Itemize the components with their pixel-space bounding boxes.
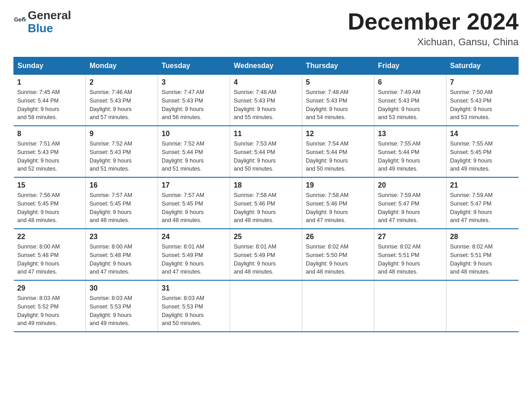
day-info: Sunrise: 8:02 AM Sunset: 5:51 PM Dayligh…: [378, 243, 442, 276]
day-cell: 14 Sunrise: 7:55 AM Sunset: 5:45 PM Dayl…: [446, 126, 519, 177]
day-number: 16: [90, 181, 154, 189]
day-cell: 5 Sunrise: 7:48 AM Sunset: 5:43 PM Dayli…: [302, 75, 374, 126]
day-cell: 21 Sunrise: 7:59 AM Sunset: 5:47 PM Dayl…: [446, 177, 519, 229]
day-info: Sunrise: 8:03 AM Sunset: 5:52 PM Dayligh…: [17, 294, 82, 328]
day-number: 14: [450, 130, 515, 138]
day-info: Sunrise: 8:01 AM Sunset: 5:49 PM Dayligh…: [234, 243, 298, 276]
day-info: Sunrise: 8:02 AM Sunset: 5:51 PM Dayligh…: [450, 243, 515, 276]
day-number: 15: [17, 181, 82, 189]
day-info: Sunrise: 7:54 AM Sunset: 5:44 PM Dayligh…: [306, 140, 370, 173]
day-cell: 17 Sunrise: 7:57 AM Sunset: 5:45 PM Dayl…: [158, 177, 230, 229]
day-info: Sunrise: 7:48 AM Sunset: 5:43 PM Dayligh…: [234, 88, 298, 122]
week-row-3: 15 Sunrise: 7:56 AM Sunset: 5:45 PM Dayl…: [14, 177, 519, 229]
day-cell: 2 Sunrise: 7:46 AM Sunset: 5:43 PM Dayli…: [86, 75, 158, 126]
day-cell: 19 Sunrise: 7:58 AM Sunset: 5:46 PM Dayl…: [302, 177, 374, 229]
day-cell: 25 Sunrise: 8:01 AM Sunset: 5:49 PM Dayl…: [230, 229, 302, 280]
day-cell: 29 Sunrise: 8:03 AM Sunset: 5:52 PM Dayl…: [14, 280, 86, 332]
day-info: Sunrise: 7:55 AM Sunset: 5:44 PM Dayligh…: [378, 140, 442, 173]
logo-graphic: General: [13, 15, 26, 29]
day-info: Sunrise: 7:45 AM Sunset: 5:44 PM Dayligh…: [17, 88, 82, 122]
day-number: 20: [378, 181, 442, 189]
day-info: Sunrise: 7:56 AM Sunset: 5:45 PM Dayligh…: [17, 191, 82, 225]
day-info: Sunrise: 7:49 AM Sunset: 5:43 PM Dayligh…: [378, 88, 442, 122]
day-number: 9: [90, 130, 154, 138]
header-thursday: Thursday: [302, 57, 374, 75]
day-cell: 24 Sunrise: 8:01 AM Sunset: 5:49 PM Dayl…: [158, 229, 230, 280]
day-cell: 8 Sunrise: 7:51 AM Sunset: 5:43 PM Dayli…: [14, 126, 86, 177]
day-info: Sunrise: 7:59 AM Sunset: 5:47 PM Dayligh…: [378, 191, 442, 225]
day-info: Sunrise: 7:46 AM Sunset: 5:43 PM Dayligh…: [90, 88, 154, 122]
day-info: Sunrise: 7:57 AM Sunset: 5:45 PM Dayligh…: [90, 191, 154, 225]
day-number: 25: [234, 233, 298, 241]
logo-wordmark: General Blue: [28, 9, 71, 34]
day-info: Sunrise: 8:01 AM Sunset: 5:49 PM Dayligh…: [162, 243, 226, 276]
day-info: Sunrise: 7:51 AM Sunset: 5:43 PM Dayligh…: [17, 140, 82, 173]
header-wednesday: Wednesday: [230, 57, 302, 75]
day-number: 2: [90, 78, 154, 86]
day-cell: 13 Sunrise: 7:55 AM Sunset: 5:44 PM Dayl…: [374, 126, 446, 177]
day-number: 26: [306, 233, 370, 241]
day-cell: [446, 280, 519, 332]
week-row-4: 22 Sunrise: 8:00 AM Sunset: 5:48 PM Dayl…: [14, 229, 519, 280]
day-cell: [374, 280, 446, 332]
day-info: Sunrise: 8:03 AM Sunset: 5:53 PM Dayligh…: [90, 294, 154, 328]
logo-general-text: General: [28, 9, 71, 22]
day-info: Sunrise: 8:02 AM Sunset: 5:50 PM Dayligh…: [306, 243, 370, 276]
day-number: 29: [17, 284, 82, 292]
day-number: 7: [450, 78, 515, 86]
day-info: Sunrise: 8:00 AM Sunset: 5:48 PM Dayligh…: [17, 243, 82, 276]
day-cell: 27 Sunrise: 8:02 AM Sunset: 5:51 PM Dayl…: [374, 229, 446, 280]
day-number: 12: [306, 130, 370, 138]
week-row-1: 1 Sunrise: 7:45 AM Sunset: 5:44 PM Dayli…: [14, 75, 519, 126]
day-number: 30: [90, 284, 154, 292]
day-info: Sunrise: 8:00 AM Sunset: 5:48 PM Dayligh…: [90, 243, 154, 276]
day-cell: 16 Sunrise: 7:57 AM Sunset: 5:45 PM Dayl…: [86, 177, 158, 229]
day-number: 1: [17, 78, 82, 86]
day-info: Sunrise: 7:58 AM Sunset: 5:46 PM Dayligh…: [234, 191, 298, 225]
day-cell: 1 Sunrise: 7:45 AM Sunset: 5:44 PM Dayli…: [14, 75, 86, 126]
location-title: Xichuan, Gansu, China: [348, 36, 519, 48]
day-cell: 28 Sunrise: 8:02 AM Sunset: 5:51 PM Dayl…: [446, 229, 519, 280]
header-monday: Monday: [86, 57, 158, 75]
day-info: Sunrise: 8:03 AM Sunset: 5:53 PM Dayligh…: [162, 294, 226, 328]
day-cell: 9 Sunrise: 7:52 AM Sunset: 5:43 PM Dayli…: [86, 126, 158, 177]
day-info: Sunrise: 7:55 AM Sunset: 5:45 PM Dayligh…: [450, 140, 515, 173]
header-friday: Friday: [374, 57, 446, 75]
day-cell: [302, 280, 374, 332]
day-number: 5: [306, 78, 370, 86]
day-cell: 23 Sunrise: 8:00 AM Sunset: 5:48 PM Dayl…: [86, 229, 158, 280]
day-number: 21: [450, 181, 515, 189]
day-number: 19: [306, 181, 370, 189]
day-number: 6: [378, 78, 442, 86]
week-row-5: 29 Sunrise: 8:03 AM Sunset: 5:52 PM Dayl…: [14, 280, 519, 332]
day-info: Sunrise: 7:52 AM Sunset: 5:44 PM Dayligh…: [162, 140, 226, 173]
day-number: 18: [234, 181, 298, 189]
day-info: Sunrise: 7:58 AM Sunset: 5:46 PM Dayligh…: [306, 191, 370, 225]
day-cell: 15 Sunrise: 7:56 AM Sunset: 5:45 PM Dayl…: [14, 177, 86, 229]
logo-blue-text: Blue: [28, 22, 71, 35]
day-number: 22: [17, 233, 82, 241]
calendar-header-row: SundayMondayTuesdayWednesdayThursdayFrid…: [14, 57, 519, 75]
day-number: 28: [450, 233, 515, 241]
day-info: Sunrise: 7:50 AM Sunset: 5:43 PM Dayligh…: [450, 88, 515, 122]
day-number: 23: [90, 233, 154, 241]
calendar-table: SundayMondayTuesdayWednesdayThursdayFrid…: [13, 57, 519, 332]
day-number: 10: [162, 130, 226, 138]
day-cell: 18 Sunrise: 7:58 AM Sunset: 5:46 PM Dayl…: [230, 177, 302, 229]
day-number: 4: [234, 78, 298, 86]
header-saturday: Saturday: [446, 57, 519, 75]
day-cell: 4 Sunrise: 7:48 AM Sunset: 5:43 PM Dayli…: [230, 75, 302, 126]
day-info: Sunrise: 7:59 AM Sunset: 5:47 PM Dayligh…: [450, 191, 515, 225]
day-number: 24: [162, 233, 226, 241]
day-info: Sunrise: 7:52 AM Sunset: 5:43 PM Dayligh…: [90, 140, 154, 173]
day-number: 17: [162, 181, 226, 189]
day-cell: 7 Sunrise: 7:50 AM Sunset: 5:43 PM Dayli…: [446, 75, 519, 126]
header-tuesday: Tuesday: [158, 57, 230, 75]
day-cell: 20 Sunrise: 7:59 AM Sunset: 5:47 PM Dayl…: [374, 177, 446, 229]
day-number: 13: [378, 130, 442, 138]
day-info: Sunrise: 7:47 AM Sunset: 5:43 PM Dayligh…: [162, 88, 226, 122]
day-cell: 26 Sunrise: 8:02 AM Sunset: 5:50 PM Dayl…: [302, 229, 374, 280]
week-row-2: 8 Sunrise: 7:51 AM Sunset: 5:43 PM Dayli…: [14, 126, 519, 177]
page-header: General General Blue December 2024 Xichu…: [13, 9, 519, 48]
day-cell: 12 Sunrise: 7:54 AM Sunset: 5:44 PM Dayl…: [302, 126, 374, 177]
